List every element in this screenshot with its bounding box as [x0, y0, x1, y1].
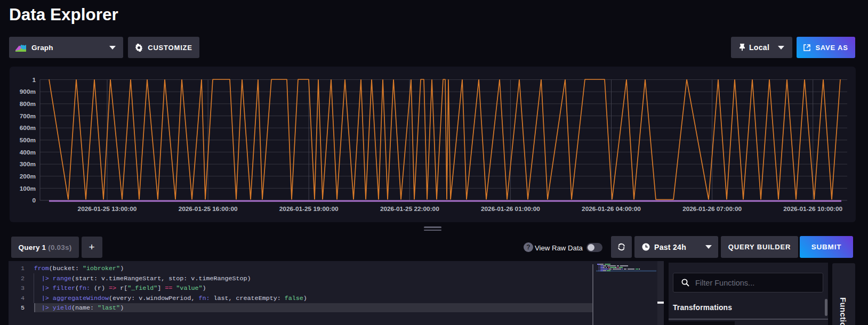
svg-text:2026-01-25 19:00:00: 2026-01-25 19:00:00	[279, 205, 339, 213]
svg-text:2026-01-26 01:00:00: 2026-01-26 01:00:00	[481, 205, 540, 213]
svg-text:2026-01-25 22:00:00: 2026-01-25 22:00:00	[380, 205, 439, 213]
svg-text:400m: 400m	[20, 149, 36, 156]
svg-text:300m: 300m	[20, 160, 36, 168]
svg-text:100m: 100m	[20, 185, 36, 192]
svg-text:500m: 500m	[20, 136, 36, 144]
svg-text:2026-01-25 16:00:00: 2026-01-25 16:00:00	[179, 205, 238, 213]
svg-text:2026-01-26 04:00:00: 2026-01-26 04:00:00	[582, 205, 641, 213]
svg-text:700m: 700m	[20, 112, 36, 120]
svg-text:600m: 600m	[20, 124, 36, 132]
svg-text:1: 1	[32, 76, 36, 84]
svg-text:2026-01-26 10:00:00: 2026-01-26 10:00:00	[783, 205, 842, 213]
svg-text:900m: 900m	[20, 88, 36, 95]
svg-text:2026-01-26 07:00:00: 2026-01-26 07:00:00	[682, 205, 742, 213]
svg-text:800m: 800m	[20, 100, 36, 108]
svg-text:200m: 200m	[20, 173, 36, 180]
svg-text:0: 0	[32, 197, 36, 204]
svg-text:2026-01-25 13:00:00: 2026-01-25 13:00:00	[78, 205, 137, 213]
